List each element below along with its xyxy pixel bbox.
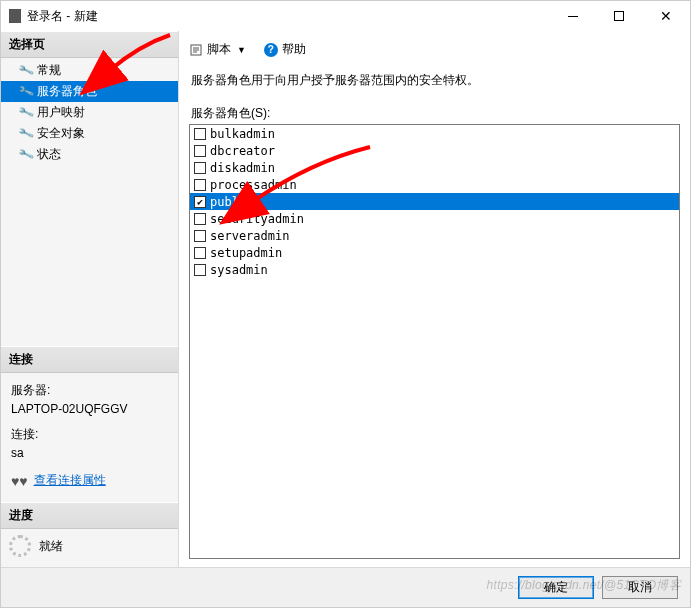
role-checkbox[interactable] — [194, 247, 206, 259]
role-checkbox[interactable] — [194, 264, 206, 276]
connection-block: 服务器: LAPTOP-02UQFGGV 连接: sa ♥♥ 查看连接属性 — [1, 373, 178, 502]
conn-value: sa — [11, 444, 170, 463]
nav-item-server-roles[interactable]: 🔧 服务器角色 — [1, 81, 178, 102]
role-row-serveradmin[interactable]: serveradmin — [190, 227, 679, 244]
minimize-button[interactable] — [550, 1, 596, 31]
window-title: 登录名 - 新建 — [27, 8, 550, 25]
nav-item-label: 状态 — [37, 146, 61, 163]
role-row-sysadmin[interactable]: sysadmin — [190, 261, 679, 278]
title-bar: 登录名 - 新建 ✕ — [1, 1, 690, 31]
section-select-page: 选择页 — [1, 31, 178, 58]
roles-listbox[interactable]: bulkadmindbcreatordiskadminprocessadminp… — [189, 124, 680, 559]
role-row-public[interactable]: public — [190, 193, 679, 210]
role-checkbox[interactable] — [194, 128, 206, 140]
view-connection-link[interactable]: 查看连接属性 — [34, 471, 106, 490]
nav-list: 🔧 常规 🔧 服务器角色 🔧 用户映射 🔧 安全对象 🔧 状态 — [1, 58, 178, 175]
role-checkbox[interactable] — [194, 179, 206, 191]
dialog-window: 登录名 - 新建 ✕ 选择页 🔧 常规 🔧 服务器角色 🔧 用 — [0, 0, 691, 608]
section-progress: 进度 — [1, 502, 178, 529]
nav-item-securables[interactable]: 🔧 安全对象 — [1, 123, 178, 144]
window-buttons: ✕ — [550, 1, 690, 31]
nav-item-label: 用户映射 — [37, 104, 85, 121]
role-checkbox[interactable] — [194, 196, 206, 208]
role-row-diskadmin[interactable]: diskadmin — [190, 159, 679, 176]
help-icon: ? — [264, 43, 278, 57]
script-icon — [189, 43, 203, 57]
role-label: public — [210, 195, 253, 209]
cancel-button[interactable]: 取消 — [602, 576, 678, 599]
role-row-processadmin[interactable]: processadmin — [190, 176, 679, 193]
sidebar: 选择页 🔧 常规 🔧 服务器角色 🔧 用户映射 🔧 安全对象 — [1, 31, 179, 567]
wrench-icon: 🔧 — [17, 125, 35, 142]
app-icon — [9, 9, 21, 23]
role-label: diskadmin — [210, 161, 275, 175]
role-checkbox[interactable] — [194, 162, 206, 174]
maximize-button[interactable] — [596, 1, 642, 31]
nav-item-user-mapping[interactable]: 🔧 用户映射 — [1, 102, 178, 123]
role-label: dbcreator — [210, 144, 275, 158]
nav-item-general[interactable]: 🔧 常规 — [1, 60, 178, 81]
spinner-icon — [9, 535, 31, 557]
close-button[interactable]: ✕ — [642, 1, 690, 31]
role-row-bulkadmin[interactable]: bulkadmin — [190, 125, 679, 142]
connection-icon: ♥♥ — [11, 470, 28, 492]
help-label: 帮助 — [282, 41, 306, 58]
nav-item-label: 服务器角色 — [37, 83, 97, 100]
nav-item-label: 安全对象 — [37, 125, 85, 142]
wrench-icon: 🔧 — [17, 104, 35, 121]
content-pane: 脚本 ▼ ? 帮助 服务器角色用于向用户授予服务器范围内的安全特权。 服务器角色… — [179, 31, 690, 567]
script-dropdown[interactable]: 脚本 ▼ — [189, 41, 246, 58]
role-label: securityadmin — [210, 212, 304, 226]
wrench-icon: 🔧 — [17, 62, 35, 79]
wrench-icon: 🔧 — [17, 146, 35, 163]
wrench-icon: 🔧 — [17, 83, 35, 100]
toolbar: 脚本 ▼ ? 帮助 — [189, 37, 680, 66]
nav-item-status[interactable]: 🔧 状态 — [1, 144, 178, 165]
role-label: setupadmin — [210, 246, 282, 260]
conn-label: 连接: — [11, 425, 170, 444]
script-label: 脚本 — [207, 41, 231, 58]
dialog-body: 选择页 🔧 常规 🔧 服务器角色 🔧 用户映射 🔧 安全对象 — [1, 31, 690, 567]
server-label: 服务器: — [11, 381, 170, 400]
role-label: bulkadmin — [210, 127, 275, 141]
chevron-down-icon: ▼ — [237, 45, 246, 55]
role-checkbox[interactable] — [194, 145, 206, 157]
role-row-securityadmin[interactable]: securityadmin — [190, 210, 679, 227]
nav-item-label: 常规 — [37, 62, 61, 79]
progress-status: 就绪 — [39, 538, 63, 555]
progress-block: 就绪 — [1, 529, 178, 567]
role-row-setupadmin[interactable]: setupadmin — [190, 244, 679, 261]
role-row-dbcreator[interactable]: dbcreator — [190, 142, 679, 159]
roles-list-label: 服务器角色(S): — [189, 105, 680, 124]
role-label: processadmin — [210, 178, 297, 192]
ok-button[interactable]: 确定 — [518, 576, 594, 599]
help-button[interactable]: ? 帮助 — [264, 41, 306, 58]
section-connection: 连接 — [1, 346, 178, 373]
role-label: serveradmin — [210, 229, 289, 243]
role-checkbox[interactable] — [194, 230, 206, 242]
role-label: sysadmin — [210, 263, 268, 277]
page-description: 服务器角色用于向用户授予服务器范围内的安全特权。 — [189, 66, 680, 105]
server-value: LAPTOP-02UQFGGV — [11, 400, 170, 419]
role-checkbox[interactable] — [194, 213, 206, 225]
dialog-footer: 确定 取消 — [1, 567, 690, 607]
